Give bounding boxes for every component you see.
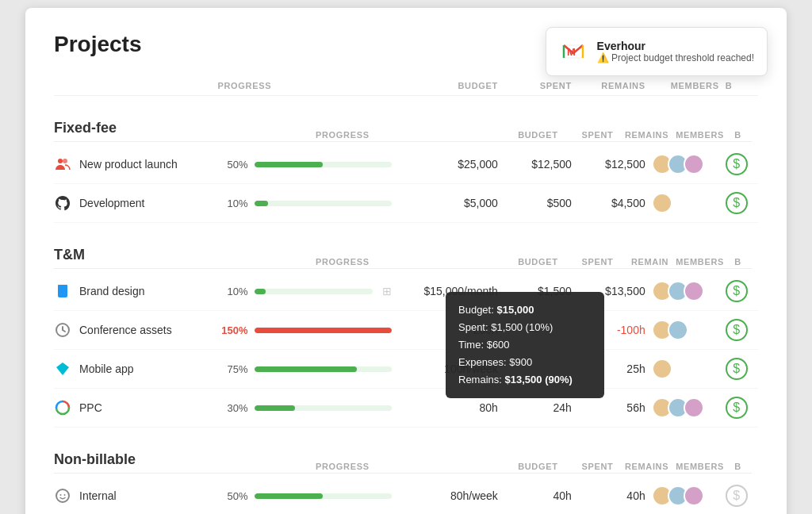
section-fixed-fee: Fixed-fee PROGRESS BUDGET SPENT REMAINS … (54, 96, 758, 146)
remains-cell: $12,500 (578, 145, 652, 184)
col-remains-label: REMAINS (613, 130, 668, 140)
budget-button[interactable]: $ (726, 397, 748, 419)
progress-bar-fill (255, 405, 296, 411)
budget-button[interactable]: $ (726, 192, 748, 214)
progress-pct: 10% (218, 286, 248, 297)
project-name: Development (79, 197, 145, 209)
progress-cell: 10% (218, 184, 398, 223)
svg-point-3 (58, 159, 63, 163)
progress-pct: 75% (218, 363, 248, 375)
notification-message: ⚠️ Project budget threshold reached! (597, 52, 754, 63)
project-icon-time (54, 321, 71, 339)
col-header-progress-ff: PROGRESS (218, 76, 398, 96)
budget-button[interactable]: $ (726, 485, 748, 507)
avatar (684, 281, 704, 301)
avatar (652, 193, 672, 213)
avatars (652, 154, 719, 175)
avatar (684, 154, 704, 175)
gmail-icon: M (559, 37, 588, 66)
svg-point-10 (56, 489, 69, 502)
progress-cell: 30% (218, 389, 398, 428)
project-name: Internal (79, 489, 117, 502)
section-label-cell: T&M PROGRESS BUDGET SPENT REMAIN MEMBERS… (54, 223, 758, 273)
progress-bar-track (255, 366, 392, 372)
file-icon: ⊞ (382, 285, 392, 297)
col-b-label: B (724, 130, 752, 140)
project-name: Conference assets (79, 324, 172, 336)
budget-btn-cell[interactable]: $ (726, 350, 758, 389)
progress-pct: 50% (218, 490, 248, 502)
budget-cell: $25,000 (398, 145, 504, 184)
project-icon-cycle (54, 399, 71, 416)
project-name: Brand design (79, 285, 145, 297)
budget-cell: $5,000 (398, 184, 504, 223)
col-progress-label: PROGRESS (316, 130, 468, 140)
svg-point-11 (60, 494, 62, 496)
budget-btn-cell[interactable]: $ (726, 477, 758, 514)
section-label-cell: Non-billable PROGRESS BUDGET SPENT REMAI… (54, 428, 758, 478)
spent-cell: 24h (504, 389, 578, 428)
progress-pct: 150% (218, 324, 248, 336)
col-header-members-ff: MEMBERS (652, 76, 726, 96)
members-cell (652, 272, 726, 311)
project-row-internal: Internal 50% 80h/week 40h 40h $ (54, 477, 758, 514)
project-icon-diamond (54, 360, 71, 378)
col-header-spent-ff: SPENT (504, 76, 578, 96)
budget-btn-cell[interactable]: $ (726, 389, 758, 428)
budget-button[interactable]: $ (726, 319, 748, 341)
col-spent-label: SPENT (558, 130, 614, 140)
project-name-cell: Internal (54, 477, 218, 514)
project-icon-circle-smile (54, 487, 71, 504)
remains-cell: 25h (578, 350, 652, 389)
remains-cell: $13,500 (578, 272, 652, 311)
members-cell (652, 311, 726, 350)
col-members-label: MEMBERS (668, 462, 724, 471)
svg-text:M: M (567, 46, 576, 58)
budget-btn-cell[interactable]: $ (726, 272, 758, 311)
avatar (668, 320, 688, 340)
avatars (652, 485, 719, 506)
progress-cell: 50% (218, 477, 398, 514)
spent-cell: $12,500 (504, 145, 578, 184)
project-row-brand-design: Brand design 10% ⊞ $15,000/month $1,500 … (54, 272, 758, 311)
notification-text: Everhour ⚠️ Project budget threshold rea… (597, 40, 754, 63)
section-label: Fixed-fee (54, 120, 117, 136)
main-card: Projects M Everhour ⚠️ Project budget th… (25, 8, 787, 514)
project-icon-people (54, 155, 71, 173)
avatars (652, 359, 719, 379)
progress-pct: 50% (218, 159, 248, 171)
budget-cell: 200h (398, 311, 504, 350)
col-remains-label: REMAINS (613, 462, 668, 471)
project-row-new-product-launch: New product launch 50% $25,000 $12,500 $… (54, 145, 758, 184)
col-remains-label: REMAIN (613, 257, 668, 267)
project-icon-github (54, 194, 71, 212)
budget-btn-cell[interactable]: $ (726, 184, 758, 223)
spent-cell: $500 (504, 184, 578, 223)
remains-cell: -100h (578, 311, 652, 350)
budget-button[interactable]: $ (726, 280, 748, 302)
budget-cell: 100h/week (398, 350, 504, 389)
project-name: New product launch (79, 158, 178, 171)
col-spent-label: SPENT (558, 462, 614, 471)
col-header-remains-ff: REMAINS (578, 76, 652, 96)
progress-bar-track (255, 493, 392, 499)
avatars (652, 281, 719, 301)
budget-btn-cell[interactable]: $ (726, 145, 758, 184)
col-b-label: B (724, 257, 752, 267)
progress-pct: 30% (218, 402, 248, 414)
projects-table: PROGRESS BUDGET SPENT REMAINS MEMBERS B … (54, 76, 758, 514)
budget-btn-cell[interactable]: $ (726, 311, 758, 350)
budget-button[interactable]: $ (726, 358, 748, 380)
spent-cell: 40h (504, 477, 578, 514)
project-row-ppc: PPC 30% 80h 24h 56h $ (54, 389, 758, 428)
col-budget-label: BUDGET (468, 130, 557, 140)
spent-cell (504, 350, 578, 389)
budget-button[interactable]: $ (726, 153, 748, 175)
progress-bar-track (255, 405, 392, 411)
progress-pct: 10% (218, 198, 248, 209)
col-header-budget-ff: BUDGET (398, 76, 504, 96)
progress-bar-fill (255, 493, 324, 499)
remains-cell: 56h (578, 389, 652, 428)
spent-cell: $1,500 (504, 272, 578, 311)
budget-cell: $15,000/month (398, 272, 504, 311)
